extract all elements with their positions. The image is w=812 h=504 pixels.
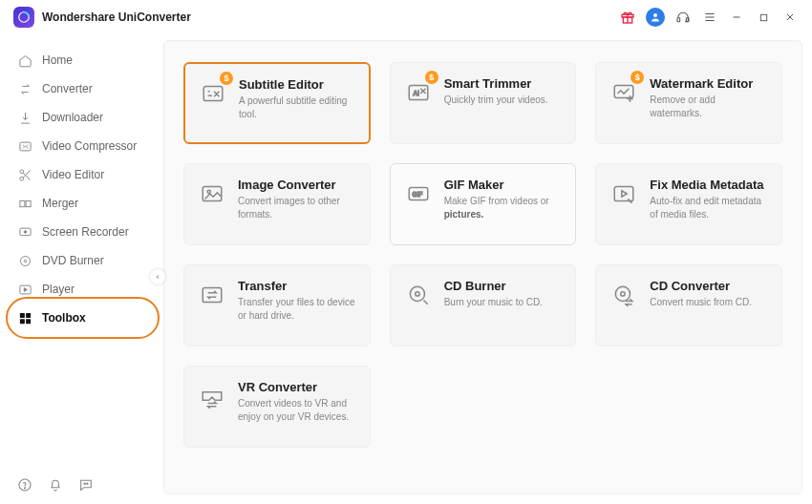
down-icon — [17, 110, 32, 125]
sidebar-item-home[interactable]: Home — [0, 46, 158, 74]
svg-rect-18 — [26, 312, 31, 317]
headset-icon[interactable] — [674, 9, 692, 26]
svg-point-14 — [20, 256, 30, 265]
svg-rect-19 — [19, 319, 24, 324]
tool-desc: Auto-fix and edit metadata of media file… — [650, 195, 768, 220]
tool-subtitle-editor[interactable]: $ Subtitle EditorA powerful subtitle edi… — [183, 62, 371, 144]
svg-rect-17 — [19, 312, 24, 317]
sidebar-item-label: Video Compressor — [42, 139, 137, 153]
tool-title: Smart Trimmer — [444, 76, 548, 91]
tool-title: Subtitle Editor — [239, 77, 355, 92]
sidebar-item-label: Converter — [42, 82, 93, 95]
svg-rect-20 — [26, 319, 31, 324]
cd-burn-icon — [404, 279, 433, 311]
svg-rect-33 — [615, 186, 634, 200]
maximize-button[interactable] — [755, 9, 772, 26]
tool-desc: Transfer your files to device or hard dr… — [238, 296, 356, 322]
tool-title: CD Burner — [444, 279, 543, 293]
premium-badge: $ — [425, 71, 438, 84]
bell-icon[interactable] — [48, 477, 63, 493]
svg-point-24 — [87, 483, 88, 484]
svg-point-9 — [19, 177, 23, 180]
svg-point-8 — [19, 169, 23, 173]
tool-title: Watermark Editor — [650, 76, 768, 91]
minimize-button[interactable] — [728, 9, 745, 26]
user-avatar[interactable] — [646, 8, 665, 27]
tool-image-converter[interactable]: Image ConverterConvert images to other f… — [183, 163, 371, 245]
sidebar-footer — [17, 477, 94, 493]
gift-icon[interactable] — [619, 9, 636, 26]
sidebar-item-compressor[interactable]: Video Compressor — [0, 132, 158, 160]
vr-icon — [198, 380, 226, 412]
tool-fix-metadata[interactable]: Fix Media MetadataAuto-fix and edit meta… — [595, 163, 782, 245]
gif-icon: GIF — [404, 178, 433, 210]
sidebar-item-label: Player — [42, 283, 75, 296]
sidebar-item-dvd[interactable]: DVD Burner — [0, 246, 158, 275]
compress-icon — [17, 138, 32, 154]
tool-gif-maker[interactable]: GIF GIF MakerMake GIF from videos or pic… — [390, 163, 577, 245]
sidebar-item-label: Home — [42, 53, 73, 67]
sidebar-item-label: Screen Recorder — [42, 225, 129, 239]
tool-title: GIF Maker — [444, 178, 563, 192]
sidebar-item-recorder[interactable]: Screen Recorder — [0, 218, 158, 246]
tool-desc: Quickly trim your videos. — [444, 94, 548, 107]
svg-point-3 — [653, 13, 657, 17]
tool-title: Fix Media Metadata — [650, 178, 768, 192]
merge-icon — [17, 196, 32, 211]
home-icon — [17, 52, 32, 68]
menu-icon[interactable] — [701, 9, 718, 26]
svg-point-22 — [24, 488, 25, 489]
tool-transfer[interactable]: TransferTransfer your files to device or… — [183, 264, 371, 346]
play-icon — [17, 282, 32, 297]
toolbox-icon — [17, 310, 32, 326]
tool-grid: $ Subtitle EditorA powerful subtitle edi… — [163, 40, 802, 494]
sidebar-item-downloader[interactable]: Downloader — [0, 103, 158, 132]
tool-desc: Convert videos to VR and enjoy on your V… — [238, 397, 356, 423]
tool-vr-converter[interactable]: VR ConverterConvert videos to VR and enj… — [183, 366, 371, 448]
sidebar-item-toolbox[interactable]: Toolbox — [0, 304, 158, 332]
sidebar-item-label: Downloader — [42, 111, 103, 124]
sidebar-item-converter[interactable]: Converter — [0, 74, 158, 103]
scissors-icon — [17, 167, 32, 182]
svg-point-35 — [410, 286, 424, 301]
tool-desc: A powerful subtitle editing tool. — [239, 94, 355, 120]
tool-watermark-editor[interactable]: $ Watermark EditorRemove or add watermar… — [595, 62, 782, 144]
recorder-icon — [17, 224, 32, 240]
svg-rect-4 — [677, 18, 680, 22]
svg-rect-10 — [19, 200, 24, 206]
help-icon[interactable] — [17, 477, 32, 493]
sidebar-item-label: Toolbox — [42, 311, 86, 325]
titlebar: Wondershare UniConverter — [0, 0, 812, 34]
svg-rect-11 — [26, 200, 31, 206]
sidebar-collapse-button[interactable]: ‹ — [150, 269, 165, 284]
svg-point-30 — [207, 190, 210, 193]
close-button[interactable] — [781, 9, 799, 26]
tool-smart-trimmer[interactable]: AI$ Smart TrimmerQuickly trim your video… — [390, 62, 577, 144]
sidebar-item-label: Video Editor — [42, 168, 104, 181]
sidebar-item-editor[interactable]: Video Editor — [0, 160, 158, 189]
tool-title: Image Converter — [238, 178, 356, 192]
app-title: Wondershare UniConverter — [42, 10, 191, 24]
svg-point-36 — [415, 292, 418, 296]
svg-point-38 — [621, 292, 625, 296]
sidebar-item-label: Merger — [42, 197, 78, 210]
subtitle-icon: $ — [199, 77, 227, 110]
svg-point-13 — [24, 230, 27, 233]
image-icon — [198, 178, 226, 210]
svg-point-15 — [24, 260, 27, 262]
tool-title: Transfer — [238, 279, 356, 293]
svg-point-23 — [84, 483, 85, 484]
premium-badge: $ — [630, 71, 644, 84]
sidebar: Home Converter Downloader Video Compress… — [0, 34, 158, 504]
tool-title: CD Converter — [650, 279, 752, 293]
cd-convert-icon — [609, 279, 638, 311]
tool-cd-burner[interactable]: CD BurnerBurn your music to CD. — [390, 264, 577, 346]
tool-desc: Make GIF from videos or pictures. — [444, 195, 563, 220]
sidebar-item-player[interactable]: Player — [0, 275, 158, 304]
tool-cd-converter[interactable]: CD ConverterConvert music from CD. — [595, 264, 782, 346]
tool-desc: Convert music from CD. — [650, 296, 752, 309]
tool-desc: Burn your music to CD. — [444, 296, 543, 309]
feedback-icon[interactable] — [78, 477, 94, 493]
sidebar-item-merger[interactable]: Merger — [0, 189, 158, 218]
converter-icon — [17, 81, 32, 96]
